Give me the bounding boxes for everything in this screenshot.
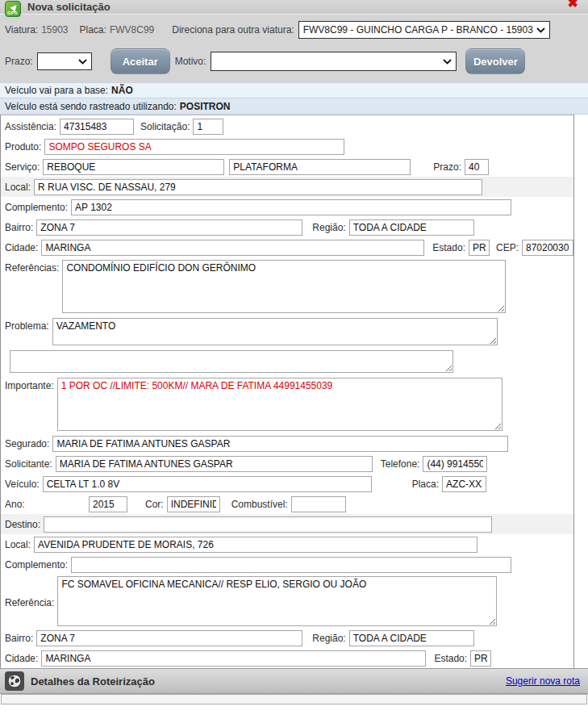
chevron-down-icon xyxy=(443,59,452,65)
regiao-input[interactable] xyxy=(349,219,474,236)
produto-input[interactable] xyxy=(44,139,344,155)
destino-bairro-row: Bairro: Região: xyxy=(1,628,573,648)
destino-regiao-input[interactable] xyxy=(349,630,474,646)
destino-estado-input[interactable] xyxy=(470,650,491,667)
destino-bairro-input[interactable] xyxy=(36,630,302,646)
importante-textarea[interactable]: 1 POR OC //LIMITE: 500KM// MARA DE FATIM… xyxy=(57,378,503,431)
segurado-label: Segurado: xyxy=(5,438,49,449)
devolver-button[interactable]: Devolver xyxy=(465,48,525,74)
solicitante-label: Solicitante: xyxy=(5,458,52,470)
destino-cidade-label: Cidade: xyxy=(5,653,38,664)
prazo-select[interactable] xyxy=(37,52,92,70)
problema-textarea[interactable]: VAZAMENTO xyxy=(52,318,498,345)
complemento-row: Complemento: xyxy=(1,197,573,217)
solicitacao-input[interactable] xyxy=(193,119,223,135)
destino-referencia-label: Referência: xyxy=(5,595,54,608)
importante-row: Importante: 1 POR OC //LIMITE: 500KM// M… xyxy=(1,375,573,433)
aceitar-button[interactable]: Aceitar xyxy=(111,48,170,74)
destino-local-row: Local: xyxy=(1,534,573,554)
problema-extra-row xyxy=(1,348,573,375)
segurado-input[interactable] xyxy=(52,436,508,452)
cidade-input[interactable] xyxy=(41,240,424,256)
placa-value: FWV8C99 xyxy=(110,24,154,36)
roteirizacao-panel xyxy=(1,694,587,704)
destino-referencia-textarea[interactable]: FC SOMAVEL OFICINA MECANICA// RESP ELIO,… xyxy=(57,576,497,626)
produto-label: Produto: xyxy=(5,141,41,153)
referencias-label: Referências: xyxy=(5,260,59,274)
assistencia-input[interactable] xyxy=(60,119,134,135)
servico-label: Serviço: xyxy=(5,161,40,173)
sugerir-nova-rota-link[interactable]: Sugerir nova rota xyxy=(506,675,580,687)
produto-row: Produto: xyxy=(1,136,573,157)
importante-label: Importante: xyxy=(5,378,54,391)
destino-local-input[interactable] xyxy=(34,537,477,553)
cep-input[interactable] xyxy=(522,240,573,256)
gps-icon-label: GPS xyxy=(7,10,18,15)
gps-icon: GPS xyxy=(5,1,21,17)
status-base-value: NÃO xyxy=(111,85,133,96)
telefone-input[interactable] xyxy=(423,456,487,472)
combustivel-input[interactable] xyxy=(291,496,346,512)
servico-input[interactable] xyxy=(43,159,224,175)
destino-cidade-row: Cidade: Estado: xyxy=(1,648,573,668)
veiculo-input[interactable] xyxy=(43,476,372,492)
bairro-input[interactable] xyxy=(36,219,302,236)
veiculo-placa-label: Placa: xyxy=(412,479,439,490)
problema-extra-textarea[interactable] xyxy=(10,350,453,373)
direciona-label: Direciona para outra viatura: xyxy=(172,24,294,36)
veiculo-placa-input[interactable] xyxy=(442,476,486,492)
segurado-row: Segurado: xyxy=(1,433,573,454)
referencias-textarea[interactable]: CONDOMÍNIO EDIFÍCIO DON GERÔNIMO xyxy=(62,260,506,313)
bairro-row: Bairro: Região: xyxy=(1,217,573,237)
complemento-input[interactable] xyxy=(71,199,511,215)
destino-regiao-label: Região: xyxy=(312,633,345,644)
bairro-label: Bairro: xyxy=(5,222,33,233)
viatura-value: 15903 xyxy=(41,24,68,36)
top-control-panel: Viatura: 15903 Placa: FWV8C99 Direciona … xyxy=(0,15,588,82)
close-icon[interactable]: ✖ xyxy=(568,0,578,10)
status-rastreado-label: Veículo está sendo rastreado utilizando: xyxy=(5,101,177,112)
referencias-row: Referências: CONDOMÍNIO EDIFÍCIO DON GER… xyxy=(1,257,573,316)
local-label: Local: xyxy=(5,182,31,193)
destino-estado-label: Estado: xyxy=(434,653,467,664)
combustivel-label: Combustível: xyxy=(231,499,288,510)
motivo-select[interactable] xyxy=(211,52,457,71)
ano-label: Ano: xyxy=(5,499,85,510)
placa-label: Placa: xyxy=(80,24,106,36)
veiculo-label: Veículo: xyxy=(5,479,40,490)
estado-input[interactable] xyxy=(469,240,490,256)
window-title: Nova solicitação xyxy=(27,1,111,13)
globe-icon xyxy=(5,671,24,691)
direciona-viatura-selected: FWV8C99 - GUINCHO CARGA P - BRANCO - 159… xyxy=(303,24,533,36)
destino-local-label: Local: xyxy=(5,539,31,550)
motivo-label: Motivo: xyxy=(175,56,206,67)
request-form: Assistência: Solicitação: Produto: Servi… xyxy=(0,115,574,668)
destino-bairro-label: Bairro: xyxy=(5,633,33,644)
destino-complemento-input[interactable] xyxy=(71,557,511,573)
destino-input[interactable] xyxy=(44,516,492,533)
viatura-label: Viatura: xyxy=(5,24,38,36)
ano-input[interactable] xyxy=(89,496,127,512)
roteirizacao-header: Detalhes da Roteirização Sugerir nova ro… xyxy=(0,668,588,694)
problema-row: Problema: VAZAMENTO xyxy=(1,316,573,348)
status-bar-rastreado: Veículo está sendo rastreado utilizando:… xyxy=(0,98,588,115)
cep-label: CEP: xyxy=(496,242,519,253)
ano-row: Ano: Cor: Combustível: xyxy=(1,494,573,514)
vehicle-info-row: Viatura: 15903 Placa: FWV8C99 Direciona … xyxy=(0,21,588,39)
regiao-label: Região: xyxy=(312,222,345,233)
solicitante-input[interactable] xyxy=(56,456,373,472)
destino-referencia-row: Referência: FC SOMAVEL OFICINA MECANICA/… xyxy=(1,575,573,628)
status-rastreado-value: POSITRON xyxy=(180,101,231,112)
veiculo-row: Veículo: Placa: xyxy=(1,474,573,494)
local-row: Local: xyxy=(1,177,573,197)
assistencia-label: Assistência: xyxy=(5,121,56,132)
local-input[interactable] xyxy=(34,179,482,195)
destino-label: Destino: xyxy=(5,519,40,530)
globe-icon-svg xyxy=(7,674,22,688)
destino-cidade-input[interactable] xyxy=(41,650,426,667)
prazo-input[interactable] xyxy=(465,159,489,175)
chevron-down-icon xyxy=(536,27,545,33)
direciona-viatura-select[interactable]: FWV8C99 - GUINCHO CARGA P - BRANCO - 159… xyxy=(298,21,550,39)
servico-tipo-input[interactable] xyxy=(229,159,411,175)
cor-input[interactable] xyxy=(167,496,220,512)
